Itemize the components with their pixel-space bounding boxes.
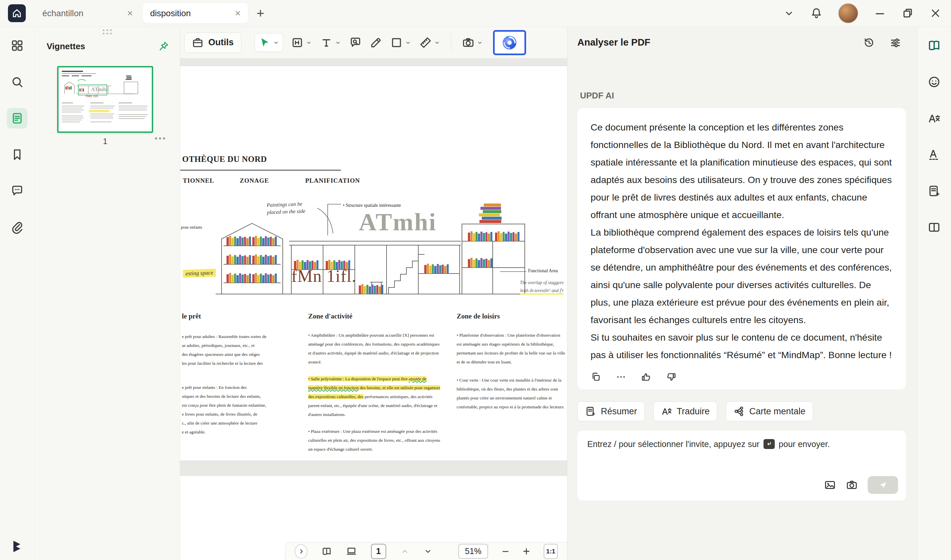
- placeholder-text: pour envoyer.: [779, 439, 830, 449]
- chevron-down-icon[interactable]: [335, 39, 341, 46]
- chevron-down-icon[interactable]: [306, 39, 312, 46]
- insert-image-icon[interactable]: [824, 479, 836, 491]
- ai-panel-header: Analyser le PDF: [577, 27, 906, 58]
- reader-view-button[interactable]: [924, 35, 944, 56]
- chevron-down-icon[interactable]: [783, 7, 795, 19]
- reading-mode-icon[interactable]: [321, 545, 332, 557]
- expand-statusbar-button[interactable]: [295, 544, 307, 558]
- zoom-in-button[interactable]: +: [523, 545, 530, 557]
- updf-ai-button[interactable]: [493, 30, 526, 55]
- summarize-button[interactable]: Résumer: [577, 402, 645, 421]
- thumbnail-page-preview: ATmhi fMn 1ifl.: [59, 68, 152, 131]
- history-icon[interactable]: [863, 37, 875, 49]
- tab-echantillon[interactable]: échantillon ×: [35, 3, 140, 23]
- thumbs-down-icon[interactable]: [666, 372, 676, 382]
- select-tool-button[interactable]: [255, 33, 283, 52]
- send-button[interactable]: [868, 476, 898, 494]
- notifications-bell-icon[interactable]: [810, 7, 823, 20]
- minimize-button[interactable]: [874, 7, 886, 20]
- snapshot-tool-button[interactable]: [462, 36, 483, 49]
- left-sidebar-rail: [0, 27, 35, 560]
- ruler-icon: [419, 36, 432, 49]
- pdf-page-1[interactable]: OTHÈQUE DU NORD TIONNEL ZONAGE PLANIFICA…: [180, 66, 567, 460]
- thumbnail-preview[interactable]: ATmhi fMn 1ifl.: [57, 66, 153, 133]
- ai-response-paragraph: Si tu souhaites en savoir plus sur le co…: [591, 329, 893, 364]
- current-page: 1: [376, 546, 381, 556]
- screenshot-camera-icon[interactable]: [846, 479, 858, 491]
- panel-drag-handle[interactable]: [103, 29, 112, 34]
- document-viewport[interactable]: OTHÈQUE DU NORD TIONNEL ZONAGE PLANIFICA…: [180, 58, 567, 560]
- translate-icon: [661, 406, 672, 417]
- action-label: Carte mentale: [749, 406, 806, 417]
- chevron-down-icon[interactable]: [477, 39, 483, 46]
- zoom-value: 51%: [465, 546, 482, 556]
- updf-ai-panel: Analyser le PDF UPDF AI Ce document prés…: [567, 27, 917, 560]
- mindmap-button[interactable]: Carte mentale: [726, 402, 813, 421]
- functional-area-label: Functional Area: [528, 268, 558, 274]
- shape-tool-button[interactable]: [390, 36, 411, 49]
- chevron-right-icon: [297, 547, 306, 556]
- next-page-button[interactable]: [423, 546, 432, 557]
- measure-tool-button[interactable]: [419, 36, 440, 49]
- actual-size-button[interactable]: 1:1: [543, 544, 558, 559]
- column-paragraph: e prêt pour adultes : Rassemble toutes s…: [182, 332, 280, 368]
- apps-grid-button[interactable]: [7, 35, 28, 56]
- thumbnail-options-button[interactable]: [155, 137, 165, 139]
- ai-summary-panel-button[interactable]: [924, 181, 944, 201]
- comment-search-tool-button[interactable]: [349, 36, 362, 49]
- new-tab-button[interactable]: +: [256, 6, 264, 21]
- close-tab-icon[interactable]: ×: [127, 8, 133, 18]
- chevron-down-icon[interactable]: [405, 39, 411, 46]
- restore-button[interactable]: [902, 7, 914, 20]
- thumbs-up-icon[interactable]: [641, 372, 651, 382]
- previous-page-button[interactable]: [400, 546, 409, 557]
- ai-response-paragraph: La bibliothèque comprend également des e…: [591, 224, 893, 329]
- settings-sliders-icon[interactable]: [889, 37, 902, 49]
- translate-page-button[interactable]: [924, 108, 944, 129]
- overlap-note-line1: The overlap of staggere: [520, 280, 564, 285]
- presentation-mode-icon[interactable]: [346, 545, 357, 558]
- chevron-down-icon[interactable]: [273, 39, 279, 46]
- home-button[interactable]: [8, 4, 26, 22]
- attachments-button[interactable]: [7, 217, 28, 237]
- doc-column-pret: le prêt e prêt pour adultes : Rassemble …: [182, 312, 280, 437]
- text-tool-button[interactable]: [320, 36, 341, 49]
- paperclip-icon: [11, 221, 24, 234]
- send-icon: [878, 480, 888, 490]
- open-book-icon: [927, 38, 941, 52]
- document-area: Outils: [180, 27, 567, 560]
- tab-disposition[interactable]: disposition ×: [143, 3, 248, 23]
- thumbnail-list: ATmhi fMn 1ifl.: [35, 58, 180, 149]
- bookmark-icon: [11, 148, 24, 161]
- edit-content-tool-button[interactable]: [291, 36, 312, 49]
- pen-tool-button[interactable]: [370, 36, 382, 49]
- bookmarks-button[interactable]: [7, 145, 28, 165]
- split-view-button[interactable]: [924, 217, 944, 237]
- zoom-out-button[interactable]: −: [502, 545, 509, 557]
- chevron-down-icon[interactable]: [434, 39, 440, 46]
- zoom-level-select[interactable]: 51%: [458, 544, 488, 558]
- thumbnails-panel-button[interactable]: [7, 108, 28, 129]
- search-icon: [11, 75, 24, 89]
- tools-button[interactable]: Outils: [184, 32, 241, 53]
- emoji-annotation-button[interactable]: [924, 72, 944, 92]
- comments-button[interactable]: [7, 181, 28, 201]
- search-button[interactable]: [7, 72, 28, 92]
- close-button[interactable]: [929, 7, 942, 20]
- text-recognition-button[interactable]: [924, 145, 944, 165]
- column-heading: le prêt: [182, 312, 280, 321]
- pin-icon[interactable]: [158, 41, 169, 52]
- page-number-input[interactable]: 1: [371, 544, 386, 559]
- more-options-icon[interactable]: [616, 372, 626, 382]
- ai-feedback-row: [591, 372, 893, 382]
- ai-prompt-input[interactable]: Entrez / pour sélectionner l'invite, app…: [577, 431, 906, 500]
- close-tab-icon[interactable]: ×: [235, 8, 241, 18]
- tab-bar: échantillon × disposition × +: [35, 3, 264, 23]
- page-thumbnail-1[interactable]: ATmhi fMn 1ifl.: [35, 63, 180, 149]
- user-avatar[interactable]: [838, 3, 858, 23]
- document-title: OTHÈQUE DU NORD: [182, 155, 267, 164]
- translate-button[interactable]: Traduire: [653, 402, 718, 421]
- ai-response-paragraph: Ce document présente la conception et le…: [591, 118, 893, 224]
- svg-text:ATmhi: ATmhi: [91, 86, 108, 92]
- copy-icon[interactable]: [591, 372, 601, 382]
